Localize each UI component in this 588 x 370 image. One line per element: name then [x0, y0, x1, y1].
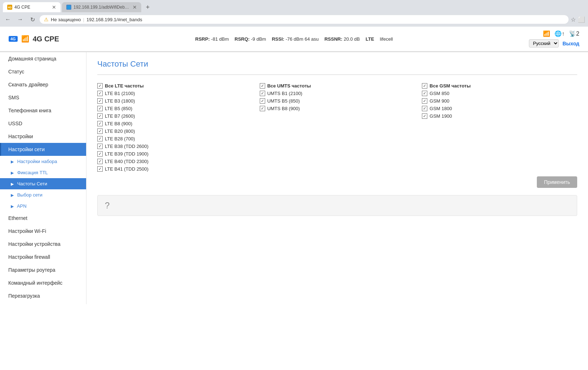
forward-button[interactable]: → [15, 14, 25, 24]
lte-col-header: Все LTE частоты [105, 83, 144, 89]
window-button[interactable]: ⬜ [578, 16, 585, 23]
umts-column: Все UMTS частоты UMTS B1 (2100) UMTS B5 … [260, 82, 415, 173]
tab1-close[interactable]: ✕ [52, 4, 56, 10]
gsm-column: Все GSM частоты GSM 850 GSM 900 GSM 1800 [422, 82, 577, 173]
language-select[interactable]: Русский English [529, 39, 559, 48]
tab2-close[interactable]: ✕ [133, 4, 137, 10]
checkbox-lte-b1: LTE B1 (2100) [97, 90, 253, 97]
sidebar-item-ethernet[interactable]: Ethernet [0, 212, 86, 225]
checkbox-lte-b5-box[interactable] [97, 106, 103, 111]
sidebar-item-ussd[interactable]: USSD [0, 117, 86, 130]
sidebar-item-cmd[interactable]: Командный интерфейс [0, 276, 86, 289]
sidebar-sub-dial-settings[interactable]: ▶ Настройки набора [0, 156, 86, 167]
checkbox-umts-b8-box[interactable] [260, 106, 265, 111]
security-warning-icon: ⚠ [44, 17, 49, 22]
stat-rssi: RSSI: -76 dBm 64 asu [272, 36, 318, 42]
sidebar-item-status[interactable]: Статус [0, 65, 86, 78]
sidebar-item-settings[interactable]: Настройки [0, 130, 86, 143]
sidebar-item-label: SMS [8, 95, 19, 100]
checkbox-lte-b28-box[interactable] [97, 136, 103, 141]
checkbox-gsm-900: GSM 900 [422, 97, 577, 105]
checkbox-gsm-1900: GSM 1900 [422, 112, 577, 120]
stat-lte: LTE [366, 36, 374, 42]
address-bar[interactable]: ⚠ Не защищено | 192.168.199.1/#net_bands [40, 15, 569, 24]
tab-1[interactable]: 4G 4G CPE ✕ [3, 2, 61, 12]
sidebar-item-label: Командный интерфейс [8, 280, 62, 286]
sidebar-item-sms[interactable]: SMS [0, 91, 86, 104]
tab-2[interactable]: 🌐 192.168.199.1/adbWifiDebugFor... ✕ [62, 2, 141, 12]
checkbox-gsm-900-label: GSM 900 [429, 98, 449, 104]
sidebar-item-label: Настройки сети [8, 146, 45, 152]
checkbox-all-gsm: Все GSM частоты [422, 82, 577, 90]
checkbox-lte-b38-box[interactable] [97, 144, 103, 149]
checkbox-all-lte: Все LTE частоты [97, 82, 253, 90]
sidebar-item-firewall[interactable]: Настройки firewall [0, 251, 86, 263]
checkbox-lte-b3-label: LTE B3 (1800) [105, 98, 135, 104]
checkbox-gsm-1800-label: GSM 1800 [429, 106, 452, 111]
checkbox-lte-b5-label: LTE B5 (850) [105, 106, 132, 111]
content-divider [97, 75, 577, 75]
sidebar-item-label: Статус [8, 69, 24, 75]
sidebar-sub-net-select[interactable]: ▶ Выбор сети [0, 189, 86, 200]
checkbox-gsm-1800-box[interactable] [422, 106, 427, 111]
checkbox-lte-b41-label: LTE B41 (TDD 2500) [105, 166, 148, 172]
stat-rsrq: RSRQ: -9 dBm [235, 36, 266, 42]
sidebar-item-reboot[interactable]: Перезагрузка [0, 289, 86, 302]
arrow-icon: ▶ [11, 159, 14, 164]
checkbox-umts-b1-box[interactable] [260, 91, 265, 96]
new-tab-button[interactable]: + [143, 2, 153, 12]
checkbox-lte-b3-box[interactable] [97, 98, 103, 104]
sidebar-item-label: Скачать драйвер [8, 82, 48, 87]
checkbox-all-umts-box[interactable] [260, 83, 265, 89]
checkbox-umts-b8-label: UMTS B8 (900) [267, 106, 300, 111]
checkbox-lte-b1-box[interactable] [97, 91, 103, 96]
sidebar-item-label: Настройки [8, 134, 33, 139]
sidebar-sub-label: Настройки набора [17, 159, 57, 164]
checkbox-lte-b7-box[interactable] [97, 113, 103, 119]
sidebar-sub-ttl[interactable]: ▶ Фиксация TTL [0, 167, 86, 178]
sidebar-item-wifi-settings[interactable]: Настройки Wi-Fi [0, 225, 86, 238]
tab-bar: 4G 4G CPE ✕ 🌐 192.168.199.1/adbWifiDebug… [0, 0, 588, 12]
sidebar-item-phonebook[interactable]: Телефонная книга [0, 104, 86, 117]
bookmark-button[interactable]: ☆ [571, 16, 576, 23]
checkbox-gsm-1900-box[interactable] [422, 113, 427, 119]
logout-button[interactable]: Выход [562, 41, 579, 46]
checkbox-lte-b3: LTE B3 (1800) [97, 97, 253, 105]
checkbox-gsm-900-box[interactable] [422, 98, 427, 104]
sidebar-item-net-settings[interactable]: Настройки сети [0, 143, 86, 156]
checkbox-all-lte-box[interactable] [97, 83, 103, 89]
sidebar-item-label: Домашняя страница [8, 56, 56, 62]
sidebar-sub-apn[interactable]: ▶ APN [0, 200, 86, 212]
checkbox-lte-b8-box[interactable] [97, 121, 103, 126]
umts-col-header: Все UMTS частоты [267, 83, 311, 89]
arrow-icon: ▶ [11, 171, 14, 175]
sidebar-item-driver[interactable]: Скачать драйвер [0, 78, 86, 91]
back-button[interactable]: ← [3, 14, 13, 24]
refresh-button[interactable]: ↻ [27, 14, 37, 24]
checkbox-lte-b38-label: LTE B38 (TDD 2600) [105, 144, 148, 149]
sidebar-sub-net-bands[interactable]: ▶ Частоты Сети [0, 178, 86, 189]
apply-button[interactable]: Применить [537, 176, 577, 188]
sidebar-item-label: Параметры роутера [8, 267, 55, 273]
checkbox-lte-b20-box[interactable] [97, 128, 103, 134]
checkbox-lte-b41-box[interactable] [97, 166, 103, 172]
logo-wifi-icon: 📶 [21, 35, 29, 43]
browser-chrome: 4G 4G CPE ✕ 🌐 192.168.199.1/adbWifiDebug… [0, 0, 588, 27]
sidebar-item-router-params[interactable]: Параметры роутера [0, 263, 86, 276]
checkbox-lte-b40-box[interactable] [97, 159, 103, 164]
page-title: Частоты Сети [97, 59, 577, 69]
checkbox-umts-b5-box[interactable] [260, 98, 265, 104]
checkbox-gsm-850-box[interactable] [422, 91, 427, 96]
tab2-favicon: 🌐 [66, 5, 71, 10]
arrow-icon: ▶ [11, 204, 14, 208]
checkbox-all-gsm-box[interactable] [422, 83, 427, 89]
sidebar-item-device-settings[interactable]: Настройки устройства [0, 238, 86, 251]
address-url[interactable]: 192.168.199.1/#net_bands [86, 17, 142, 22]
help-icon: ? [105, 200, 110, 211]
sidebar-sub-label: Фиксация TTL [17, 170, 48, 175]
sidebar-item-home[interactable]: Домашняя страница [0, 52, 86, 65]
sidebar-sub-label: Выбор сети [17, 192, 43, 198]
help-box: ? [97, 195, 577, 216]
checkbox-lte-b20: LTE B20 (800) [97, 127, 253, 135]
checkbox-lte-b39-box[interactable] [97, 151, 103, 157]
